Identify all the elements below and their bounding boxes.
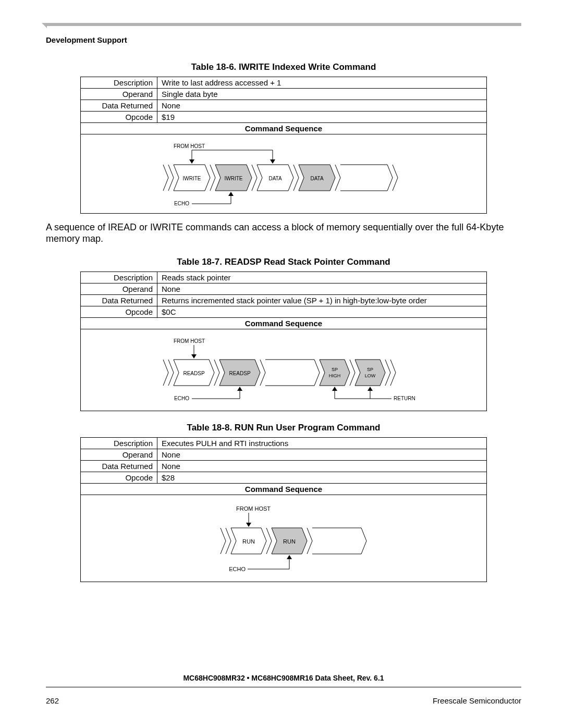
cell-value: None [157,449,487,461]
cell-label: Opcode [81,472,157,484]
document-page: Development Support Table 18-6. IWRITE I… [0,0,563,728]
table-row: Operand None [81,283,487,295]
return-label: RETURN [394,396,415,401]
diagram-label: IWRITE [225,176,243,181]
table-18-7-title: Table 18-7. READSP Read Stack Pointer Co… [46,257,521,267]
cell-label: Description [81,438,157,449]
footer-doc-id: MC68HC908MR32 • MC68HC908MR16 Data Sheet… [46,674,521,682]
table-row: IWRITE IWRITE DATA DATA FROM HOST ECHO [81,134,487,214]
cell-label: Data Returned [81,100,157,112]
table-row: Data Returned None [81,100,487,112]
echo-label: ECHO [174,201,189,206]
table-18-8-title: Table 18-8. RUN Run User Program Command [46,423,521,433]
command-sequence-header: Command Sequence [81,318,487,329]
table-row: Description Executes PULH and RTI instru… [81,438,487,449]
cell-value: Returns incremented stack pointer value … [157,295,487,306]
table-18-6: Description Write to last address access… [80,77,487,214]
from-host-label: FROM HOST [174,338,205,344]
diagram-cell: IWRITE IWRITE DATA DATA FROM HOST ECHO [81,134,487,214]
table-18-7: Description Reads stack pointer Operand … [80,272,487,411]
diagram-label: IWRITE [183,176,201,181]
echo-label: ECHO [229,566,246,572]
cell-value: Executes PULH and RTI instructions [157,438,487,449]
cell-label: Description [81,77,157,89]
table-row: Description Reads stack pointer [81,272,487,283]
table-row: Opcode $19 [81,112,487,123]
diagram-label: HIGH [329,373,341,378]
table-row: Operand Single data byte [81,89,487,100]
diagram-cell: RUN RUN FROM HOST ECHO [81,495,487,582]
command-sequence-header: Command Sequence [81,123,487,134]
cell-label: Data Returned [81,461,157,472]
table-row: Description Write to last address access… [81,77,487,89]
iwrite-timing-diagram: IWRITE IWRITE DATA DATA FROM HOST ECHO [85,139,481,209]
cell-value: Single data byte [157,89,487,100]
table-18-8: Description Executes PULH and RTI instru… [80,437,487,582]
command-sequence-header: Command Sequence [81,484,487,495]
cell-label: Opcode [81,112,157,123]
header-rule [46,23,521,28]
cell-value: None [157,283,487,295]
table-row: Command Sequence [81,484,487,495]
cell-label: Operand [81,449,157,461]
diagram-label: DATA [268,176,282,181]
echo-label: ECHO [174,396,189,401]
cell-label: Operand [81,283,157,295]
company-name: Freescale Semiconductor [433,696,521,705]
diagram-label: SP [332,367,338,372]
table-row: Operand None [81,449,487,461]
from-host-label: FROM HOST [174,143,205,149]
table-row: Data Returned None [81,461,487,472]
cell-value: None [157,461,487,472]
diagram-label: LOW [365,373,376,378]
cell-value: None [157,100,487,112]
table-row: Opcode $0C [81,306,487,318]
diagram-label: DATA [310,176,324,181]
diagram-cell: READSP READSP SP HIGH SP LOW FROM HOST E… [81,329,487,411]
cell-value: Reads stack pointer [157,272,487,283]
cell-value: Write to last address accessed + 1 [157,77,487,89]
cell-label: Opcode [81,306,157,318]
table-row: Command Sequence [81,123,487,134]
table-row: Opcode $28 [81,472,487,484]
run-timing-diagram: RUN RUN FROM HOST ECHO [85,499,481,577]
diagram-label: READSP [183,371,204,376]
cell-value: $0C [157,306,487,318]
table-row: Command Sequence [81,318,487,329]
table-18-6-title: Table 18-6. IWRITE Indexed Write Command [46,62,521,72]
cell-label: Description [81,272,157,283]
diagram-label: READSP [229,371,250,376]
table-row: Data Returned Returns incremented stack … [81,295,487,306]
diagram-label: SP [367,367,373,372]
page-number: 262 [46,696,59,705]
diagram-label: RUN [242,538,255,545]
diagram-label: RUN [283,538,296,545]
cell-label: Data Returned [81,295,157,306]
body-note: A sequence of IREAD or IWRITE commands c… [46,222,521,244]
section-heading: Development Support [46,35,521,44]
footer-rule [46,687,521,687]
cell-value: $28 [157,472,487,484]
from-host-label: FROM HOST [236,505,271,512]
readsp-timing-diagram: READSP READSP SP HIGH SP LOW FROM HOST E… [85,334,481,406]
table-row: READSP READSP SP HIGH SP LOW FROM HOST E… [81,329,487,411]
table-row: RUN RUN FROM HOST ECHO [81,495,487,582]
cell-value: $19 [157,112,487,123]
footer-line: 262 Freescale Semiconductor [46,696,521,705]
cell-label: Operand [81,89,157,100]
